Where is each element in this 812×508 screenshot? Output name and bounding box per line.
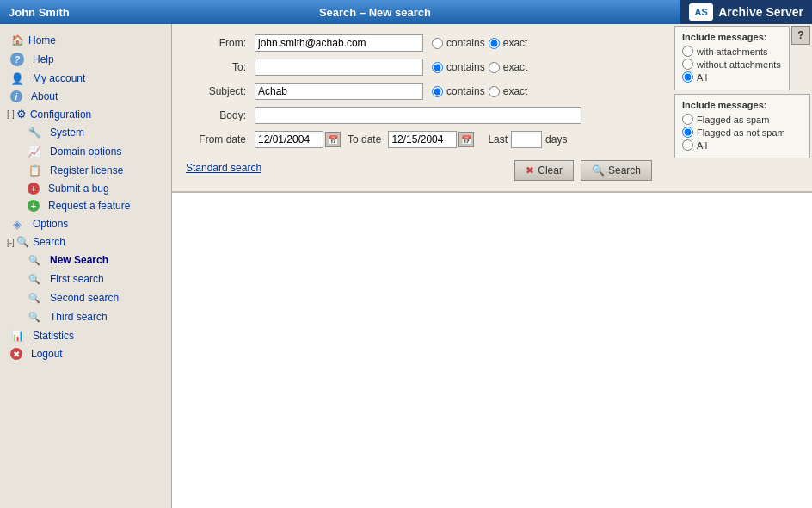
from-label: From:: [186, 37, 255, 49]
action-buttons: ✖ Clear 🔍 Search: [514, 160, 652, 181]
logo-text: Archive Server: [718, 5, 803, 19]
from-radio-group: contains exact: [432, 37, 527, 49]
sidebar-item-request-feature[interactable]: + Request a feature: [21, 197, 171, 214]
flagged-spam-radio[interactable]: [682, 114, 693, 125]
all-attachments-radio[interactable]: [682, 71, 693, 83]
last-label: Last: [488, 133, 508, 146]
sidebar: Home ? Help 👤 My account i About [-] ⚙ C…: [0, 24, 172, 508]
flagged-not-spam-label[interactable]: Flagged as not spam: [682, 127, 803, 138]
logo-icon: AS: [689, 3, 713, 21]
first-search-icon: 🔍: [28, 272, 41, 286]
header-title: Search – New search: [319, 6, 431, 19]
include-spam-box: Include messages: Flagged as spam Flagge…: [674, 94, 810, 158]
bug-icon: +: [28, 183, 40, 195]
from-contains-radio[interactable]: [432, 38, 443, 49]
to-contains-radio[interactable]: [432, 62, 443, 73]
sidebar-group-configuration[interactable]: [-] ⚙ Configuration: [0, 105, 171, 123]
add-feature-icon: +: [28, 200, 40, 212]
person-icon: 👤: [10, 71, 24, 85]
second-search-icon: 🔍: [28, 291, 41, 305]
info-icon: i: [10, 90, 22, 102]
options-icon: ◈: [10, 217, 24, 231]
gear-icon: ⚙: [16, 108, 27, 121]
subject-contains-radio[interactable]: [432, 86, 443, 97]
all-spam-radio[interactable]: [682, 139, 693, 151]
sidebar-item-submit-bug[interactable]: + Submit a bug: [21, 180, 171, 197]
subject-input[interactable]: [255, 83, 423, 100]
sidebar-item-logout[interactable]: ✖ Logout: [0, 345, 171, 362]
sidebar-item-first-search[interactable]: 🔍 First search: [21, 269, 171, 288]
layout: Home ? Help 👤 My account i About [-] ⚙ C…: [0, 24, 812, 508]
subject-exact-radio[interactable]: [489, 86, 500, 97]
sidebar-item-help[interactable]: ? Help: [0, 50, 171, 69]
to-exact-label[interactable]: exact: [503, 61, 528, 73]
all-spam-label[interactable]: All: [682, 139, 803, 151]
from-input[interactable]: [255, 34, 423, 52]
to-exact-radio[interactable]: [489, 62, 500, 73]
to-date-input[interactable]: [388, 131, 457, 148]
from-date-label: From date: [186, 133, 255, 146]
without-attachments-radio[interactable]: [682, 59, 693, 70]
from-exact-label[interactable]: exact: [503, 37, 528, 49]
main-content: From: contains exact To: contain: [172, 24, 812, 508]
search-button[interactable]: 🔍 Search: [581, 160, 652, 181]
to-date-label: To date: [348, 133, 381, 146]
include-spam-title: Include messages:: [682, 100, 803, 110]
from-exact-radio[interactable]: [489, 38, 500, 49]
help-button[interactable]: ?: [791, 26, 810, 45]
logout-icon: ✖: [10, 348, 22, 360]
subject-label: Subject:: [186, 85, 255, 97]
flagged-not-spam-radio[interactable]: [682, 127, 693, 138]
clear-button[interactable]: ✖ Clear: [514, 160, 574, 181]
new-search-icon: 🔍: [28, 253, 41, 267]
standard-search-link[interactable]: Standard search: [186, 162, 261, 174]
sidebar-item-domain-options[interactable]: 📈 Domain options: [21, 142, 171, 161]
without-attachments-label[interactable]: without attachments: [682, 59, 782, 70]
flagged-spam-label[interactable]: Flagged as spam: [682, 114, 803, 125]
sidebar-item-third-search[interactable]: 🔍 Third search: [21, 307, 171, 326]
domain-icon: 📈: [28, 145, 41, 158]
sidebar-item-system[interactable]: 🔧 System: [21, 123, 171, 142]
with-attachments-label[interactable]: with attachments: [682, 46, 782, 57]
house-icon: [10, 34, 24, 47]
days-label: days: [545, 133, 567, 146]
sidebar-item-my-account[interactable]: 👤 My account: [0, 69, 171, 88]
subject-contains-label[interactable]: contains: [446, 85, 485, 97]
to-label: To:: [186, 61, 255, 73]
expand-icon: [-]: [7, 109, 15, 119]
sidebar-item-second-search[interactable]: 🔍 Second search: [21, 288, 171, 307]
from-date-input[interactable]: [255, 131, 323, 148]
sidebar-item-statistics[interactable]: 📊 Statistics: [0, 326, 171, 345]
search-expand-icon: [-]: [7, 238, 15, 247]
with-attachments-radio[interactable]: [682, 46, 693, 57]
sidebar-group-search[interactable]: [-] 🔍 Search: [0, 233, 171, 251]
sidebar-child-search: 🔍 New Search 🔍 First search 🔍 Second sea…: [0, 251, 171, 326]
header-user: John Smith: [0, 6, 70, 19]
to-radio-group: contains exact: [432, 61, 527, 73]
from-contains-label[interactable]: contains: [446, 37, 485, 49]
register-icon: 📋: [28, 164, 41, 177]
header: John Smith Search – New search AS Archiv…: [0, 0, 812, 24]
last-days-input[interactable]: [511, 131, 542, 148]
body-input[interactable]: [255, 107, 581, 124]
subject-exact-label[interactable]: exact: [503, 85, 528, 97]
clear-icon: ✖: [526, 164, 534, 177]
right-panel: ? Include messages: with attachments wit…: [674, 26, 810, 162]
results-area: [172, 192, 812, 508]
system-icon: 🔧: [28, 126, 41, 139]
third-search-icon: 🔍: [28, 310, 41, 324]
to-date-calendar-icon[interactable]: 📅: [458, 132, 474, 147]
sidebar-item-new-search[interactable]: 🔍 New Search: [21, 251, 171, 269]
sidebar-item-about[interactable]: i About: [0, 88, 171, 105]
from-date-calendar-icon[interactable]: 📅: [325, 132, 341, 147]
sidebar-item-register-license[interactable]: 📋 Register license: [21, 161, 171, 180]
sidebar-item-options[interactable]: ◈ Options: [0, 214, 171, 233]
to-input[interactable]: [255, 59, 423, 76]
all-attachments-label[interactable]: All: [682, 71, 782, 83]
subject-radio-group: contains exact: [432, 85, 527, 97]
sidebar-child-configuration: 🔧 System 📈 Domain options 📋 Register lic…: [0, 123, 171, 214]
include-attachments-title: Include messages:: [682, 32, 782, 42]
sidebar-item-home[interactable]: Home: [0, 31, 171, 50]
search-icon: 🔍: [592, 164, 605, 177]
to-contains-label[interactable]: contains: [446, 61, 485, 73]
